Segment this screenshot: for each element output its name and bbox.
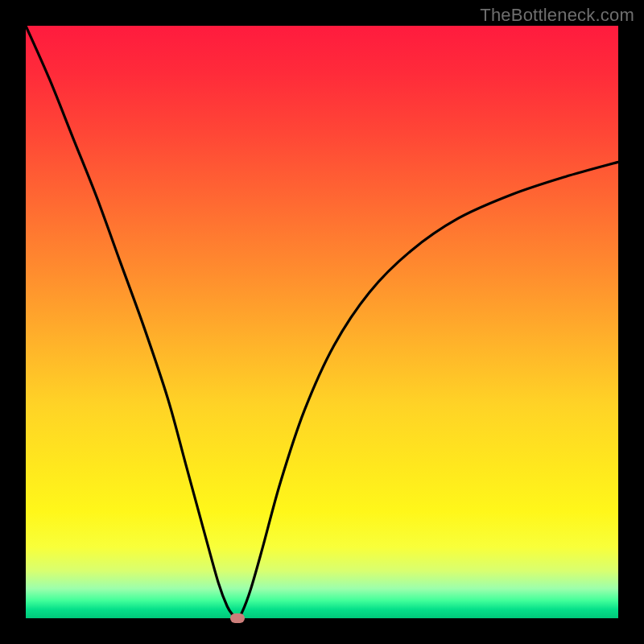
- optimum-marker: [230, 613, 245, 623]
- watermark-text: TheBottleneck.com: [480, 5, 634, 26]
- chart-plot-area: [26, 26, 618, 618]
- chart-frame: TheBottleneck.com: [0, 0, 644, 644]
- bottleneck-curve: [26, 26, 618, 618]
